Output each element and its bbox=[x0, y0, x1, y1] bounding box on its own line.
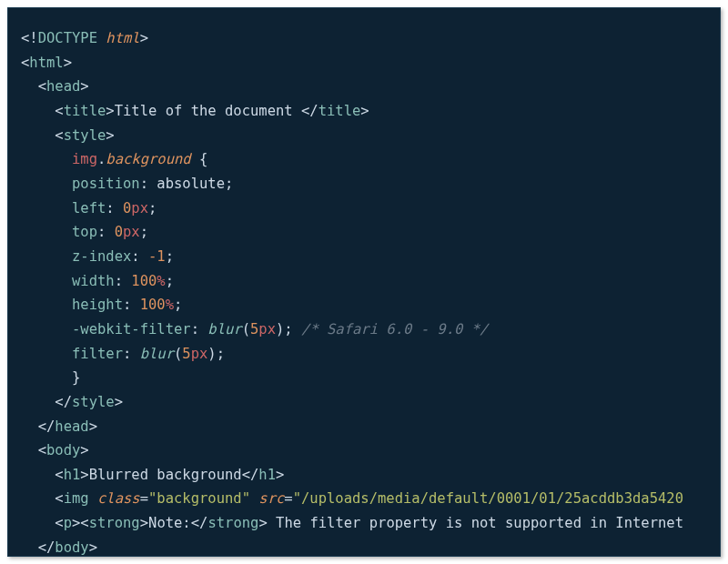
code-line: <p><strong>Note:</strong> The filter pro… bbox=[21, 515, 683, 531]
code-line: <html> bbox=[21, 55, 72, 71]
code-line: <img class="background" src="/uploads/me… bbox=[21, 490, 683, 507]
code-line: <!DOCTYPE html> bbox=[21, 30, 148, 46]
code-line: img.background { bbox=[21, 151, 207, 167]
code-line: <title>Title of the document </title> bbox=[21, 103, 369, 119]
code-line: <h1>Blurred background</h1> bbox=[21, 467, 284, 483]
code-line: </body> bbox=[21, 539, 97, 556]
code-line: -webkit-filter: blur(5px); /* Safari 6.0… bbox=[21, 321, 488, 337]
code-line: filter: blur(5px); bbox=[21, 346, 225, 362]
code-line: <body> bbox=[21, 442, 89, 458]
code-line: width: 100%; bbox=[21, 273, 174, 289]
code-line: position: absolute; bbox=[21, 176, 233, 192]
code-line: </head> bbox=[21, 418, 97, 435]
code-line: height: 100%; bbox=[21, 297, 182, 313]
code-line: } bbox=[21, 369, 80, 386]
code-line: z-index: -1; bbox=[21, 248, 174, 265]
code-line: left: 0px; bbox=[21, 200, 157, 217]
code-line: </style> bbox=[21, 394, 123, 410]
code-line: top: 0px; bbox=[21, 224, 148, 240]
code-editor[interactable]: <!DOCTYPE html> <html> <head> <title>Tit… bbox=[7, 7, 721, 557]
code-line: <head> bbox=[21, 78, 89, 95]
code-line: <style> bbox=[21, 127, 115, 144]
